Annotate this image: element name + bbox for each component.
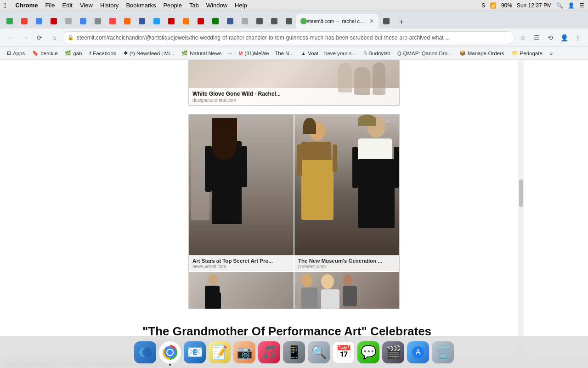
wifi-icon: 📶 — [490, 2, 497, 9]
reader-button[interactable]: ☰ — [530, 31, 543, 44]
tab-9[interactable] — [119, 14, 134, 29]
apple-menu[interactable]:  — [4, 1, 6, 9]
bookmark-mewe[interactable]: M (81)MeWe – The N... — [235, 50, 297, 57]
menu-button[interactable]: ⋮ — [571, 31, 584, 44]
dock-chrome[interactable] — [159, 341, 181, 363]
toolbar-right-icons: ☆ ☰ ⟲ 👤 ⋮ — [516, 31, 584, 44]
bookmarks-menu[interactable]: Bookmarks — [126, 2, 156, 9]
user-icon[interactable]: 👤 — [568, 2, 575, 9]
bookmark-natural-news-label: Natural News — [190, 51, 221, 56]
new-tab-button[interactable]: + — [395, 16, 408, 29]
bookmark-berckle[interactable]: 🔖 berckle — [29, 49, 61, 57]
dock-messages[interactable]: 💬 — [357, 341, 379, 363]
back-button[interactable]: ← — [4, 31, 17, 44]
bookmark-voat[interactable]: ▲ Voat – have your s... — [298, 50, 359, 57]
svg-text:A: A — [416, 348, 421, 356]
bookmark-gab[interactable]: 🌿 gab — [62, 49, 85, 57]
caption-title-top-right: The New Museum's Generation ... — [298, 258, 396, 264]
scrollbar-thumb[interactable] — [519, 179, 523, 207]
bookmark-pedogate-label: Pedogate — [520, 51, 543, 56]
tab-10[interactable] — [134, 14, 149, 29]
home-button[interactable]: ⌂ — [48, 31, 61, 44]
tabs-bar: steemit.com — rachel chandler ✕ + — [0, 11, 588, 29]
tab-13[interactable] — [178, 14, 193, 29]
help-menu[interactable]: Help — [235, 2, 247, 9]
dock-video[interactable]: 🎬 — [382, 341, 404, 363]
tab-4[interactable] — [46, 14, 61, 29]
dock-music[interactable]: 🎵 — [258, 341, 280, 363]
figure-young-woman — [301, 121, 334, 220]
svg-point-5 — [167, 350, 173, 355]
bookmark-newsfeed[interactable]: ✱ (*) Newsfeed | Mi... — [120, 49, 178, 57]
bookmark-facebook[interactable]: f Facebook — [86, 50, 119, 57]
scrollbar-track[interactable] — [518, 60, 524, 359]
tab-3[interactable] — [31, 14, 46, 29]
bookmark-manage-orders[interactable]: 📦 Manage Orders — [456, 49, 508, 57]
dock-iphone[interactable]: 📱 — [283, 341, 305, 363]
bookmark-natural-news[interactable]: 🌿 Natural News — [178, 49, 225, 57]
tab-14[interactable] — [193, 14, 208, 29]
bookmark-buddylist-label: Buddylist — [368, 51, 390, 56]
people-menu[interactable]: People — [163, 2, 181, 9]
dock-search[interactable]: 🔍 — [308, 341, 330, 363]
tab-16[interactable] — [222, 14, 237, 29]
bookmark-star-button[interactable]: ☆ — [516, 31, 529, 44]
qmap-icon: Q — [397, 51, 401, 56]
tab-menu[interactable]: Tab — [189, 2, 199, 9]
tab-5[interactable] — [61, 14, 75, 29]
bookmark-newsfeed-label: (*) Newsfeed | Mi... — [130, 51, 175, 56]
bookmark-buddylist[interactable]: B Buddylist — [360, 50, 393, 57]
bookmark-more-1[interactable]: ··· — [226, 49, 234, 58]
tab-2[interactable] — [17, 14, 31, 29]
history-menu[interactable]: History — [100, 2, 119, 9]
dock-finder[interactable] — [134, 341, 156, 363]
search-icon[interactable]: 🔍 — [556, 2, 563, 9]
tab-1[interactable] — [2, 14, 17, 29]
tab-18[interactable] — [252, 14, 266, 29]
reload-button[interactable]: ⟳ — [33, 31, 46, 44]
tab-7[interactable] — [90, 14, 105, 29]
url-display: steemit.com/rachelchandler/@artistiqueje… — [77, 34, 509, 41]
profile-button[interactable]: 👤 — [558, 31, 571, 44]
facebook-icon: f — [89, 51, 91, 56]
tab-close-button[interactable]: ✕ — [369, 18, 374, 24]
berckle-icon: 🔖 — [32, 50, 39, 56]
dock-photos[interactable]: 📷 — [233, 341, 255, 363]
file-menu[interactable]: File — [45, 2, 55, 9]
natural-news-icon: 🌿 — [181, 50, 188, 56]
tab-11[interactable] — [149, 14, 164, 29]
tab-6[interactable] — [75, 14, 90, 29]
forward-button[interactable]: → — [18, 31, 31, 44]
top-image-url: designerzcentral.com — [192, 98, 396, 103]
mac-menubar:  Chrome File Edit View History Bookmark… — [0, 0, 588, 11]
tab-20[interactable] — [281, 14, 296, 29]
tab-17[interactable] — [237, 14, 252, 29]
edit-menu[interactable]: Edit — [62, 2, 73, 9]
address-bar[interactable]: 🔒 steemit.com/rachelchandler/@artistique… — [62, 31, 514, 44]
bookmark-pedogate[interactable]: 📁 Pedogate — [509, 49, 546, 57]
dock-notes[interactable]: 📝 — [209, 341, 231, 363]
chrome-menu[interactable]: Chrome — [15, 2, 38, 9]
dock-mail[interactable]: 📧 — [184, 341, 206, 363]
tab-15[interactable] — [208, 14, 222, 29]
bookmark-apps[interactable]: ⊞ Apps — [4, 49, 28, 57]
grid-cell-bottom-right — [294, 272, 399, 309]
settings-icon[interactable]: ☰ — [579, 2, 584, 9]
figure-man — [358, 117, 395, 228]
tab-22[interactable] — [379, 14, 393, 29]
bookmark-more-btn[interactable]: » — [547, 50, 556, 57]
dock-calendar[interactable]: 📅 — [333, 341, 355, 363]
tab-8[interactable] — [105, 14, 119, 29]
history-list-button[interactable]: ⟲ — [544, 31, 557, 44]
bookmark-qmap[interactable]: Q QMAP: Qanon Dro... — [394, 50, 455, 57]
tab-19[interactable] — [266, 14, 281, 29]
window-menu[interactable]: Window — [206, 2, 227, 9]
tab-active[interactable]: steemit.com — rachel chandler ✕ — [296, 14, 379, 29]
tab-12[interactable] — [164, 14, 178, 29]
dock-appstore[interactable]: A — [407, 341, 429, 363]
grid-caption-top-right: The New Museum's Generation ... pinteres… — [294, 255, 399, 271]
safari-icon: S — [481, 2, 485, 9]
view-menu[interactable]: View — [80, 2, 93, 9]
dock-trash[interactable]: 🗑️ — [432, 341, 454, 363]
battery-label: 90% — [501, 2, 512, 9]
